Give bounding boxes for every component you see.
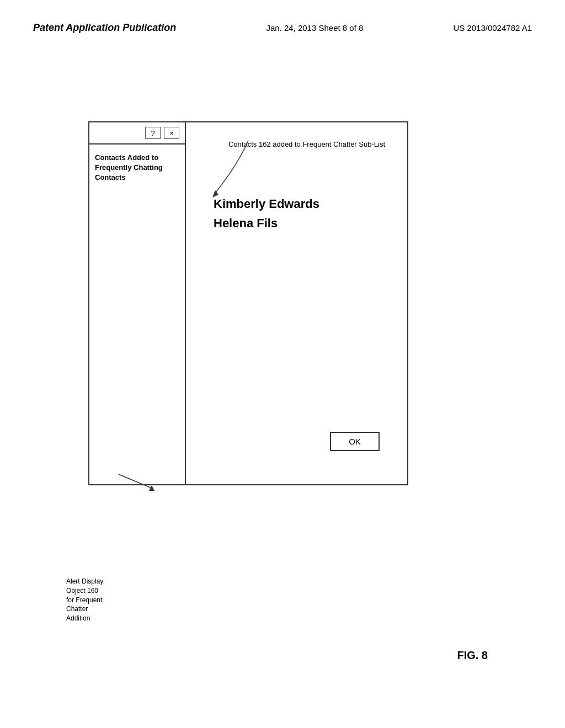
ok-button-container: OK <box>330 432 380 451</box>
dialog-left-panel: ? × Contacts Added to Frequently Chattin… <box>88 121 185 485</box>
notification-text: Contacts 162 added to Frequent Chatter S… <box>228 139 385 150</box>
dialog-right-panel: Contacts 162 added to Frequent Chatter S… <box>185 121 408 485</box>
annotation-line-1: Alert Display <box>66 577 103 586</box>
annotation-line-4: Chatter <box>66 604 103 614</box>
dialog-left-title: Contacts Added to Frequently Chatting Co… <box>89 144 185 191</box>
page-header: Patent Application Publication Jan. 24, … <box>0 22 565 34</box>
help-button[interactable]: ? <box>145 127 161 139</box>
contacts-list: Kimberly Edwards Helena Fils <box>214 194 319 233</box>
ok-button[interactable]: OK <box>330 432 380 451</box>
annotation-line-5: Addition <box>66 614 103 623</box>
dialog-content: Contacts 162 added to Frequent Chatter S… <box>186 122 407 484</box>
sheet-info: Jan. 24, 2013 Sheet 8 of 8 <box>266 23 363 33</box>
figure-label: FIG. 8 <box>457 649 488 662</box>
svg-marker-1 <box>149 485 154 491</box>
publication-title: Patent Application Publication <box>33 22 176 34</box>
annotation-line-3: for Frequent <box>66 596 103 605</box>
dialog-container: ? × Contacts Added to Frequently Chattin… <box>88 121 408 485</box>
diagram-area: ? × Contacts Added to Frequently Chattin… <box>33 77 532 684</box>
annotation-line-2: Object 160 <box>66 586 103 596</box>
annotation-label: Alert Display Object 160 for Frequent Ch… <box>66 577 103 623</box>
contact-2: Helena Fils <box>214 213 319 233</box>
contact-1: Kimberly Edwards <box>214 194 319 213</box>
dialog-title-bar: ? × <box>89 122 185 144</box>
patent-number: US 2013/0024782 A1 <box>453 23 532 33</box>
close-button[interactable]: × <box>164 127 179 139</box>
